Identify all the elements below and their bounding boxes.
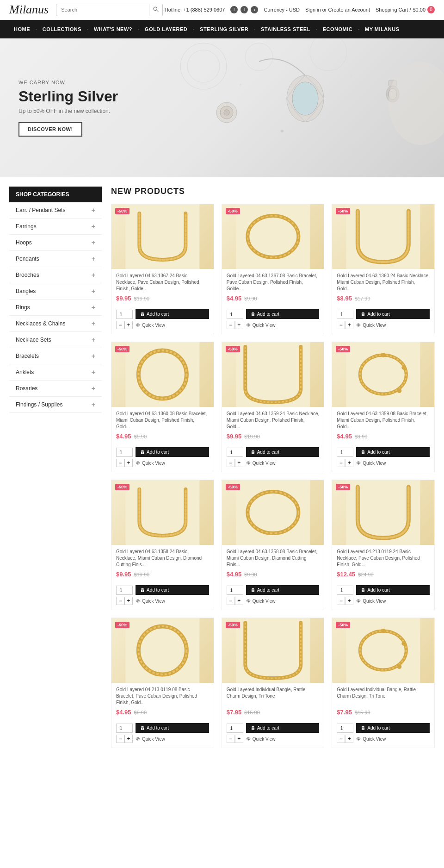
qty-increase-button[interactable]: +: [235, 459, 243, 467]
qty-decrease-button[interactable]: −: [227, 597, 235, 605]
quantity-input[interactable]: [227, 724, 243, 733]
sidebar-item-earr-pendant[interactable]: Earr. / Pendant Sets +: [9, 202, 102, 219]
nav-economic[interactable]: ECONOMIC: [318, 20, 358, 38]
add-to-cart-button[interactable]: Add to cart: [246, 723, 320, 733]
qty-decrease-button[interactable]: −: [337, 597, 345, 605]
quick-view-button[interactable]: Quick View: [356, 461, 386, 466]
quick-view-button[interactable]: Quick View: [246, 461, 276, 466]
add-to-cart-button[interactable]: Add to cart: [356, 585, 430, 595]
nav-whats-new[interactable]: WHAT'S NEW?: [89, 20, 137, 38]
qty-controls: − +: [337, 459, 353, 467]
qty-decrease-button[interactable]: −: [227, 735, 235, 743]
add-to-cart-button[interactable]: Add to cart: [246, 585, 320, 595]
nav-stainless-steel[interactable]: STAINLESS STEEL: [256, 20, 315, 38]
facebook-icon[interactable]: f: [230, 6, 238, 13]
cart-button[interactable]: Shopping Cart / $0.00 0: [376, 6, 435, 13]
sidebar-item-rosaries[interactable]: Rosaries +: [9, 381, 102, 397]
quantity-input[interactable]: [116, 586, 133, 595]
quick-view-button[interactable]: Quick View: [246, 737, 276, 742]
product-actions: Add to cart − + Quick View: [222, 447, 324, 472]
add-to-cart-button[interactable]: Add to cart: [136, 309, 209, 319]
product-badge: -50%: [115, 346, 130, 352]
sidebar-item-hoops[interactable]: Hoops +: [9, 235, 102, 251]
hero-discover-button[interactable]: DISCOVER NOW!: [18, 122, 82, 137]
qty-decrease-button[interactable]: −: [116, 597, 124, 605]
qty-increase-button[interactable]: +: [124, 459, 133, 467]
qty-increase-button[interactable]: +: [124, 735, 133, 743]
add-to-cart-button[interactable]: Add to cart: [356, 723, 430, 733]
site-logo[interactable]: Milanus: [9, 3, 49, 17]
qty-increase-button[interactable]: +: [345, 597, 353, 605]
qty-increase-button[interactable]: +: [235, 597, 243, 605]
top-bar: Milanus Hotline: +1 (888) 529 0607 f t i…: [0, 0, 444, 20]
quantity-input[interactable]: [337, 448, 353, 457]
nav-home[interactable]: HOME: [9, 20, 35, 38]
qty-increase-button[interactable]: +: [235, 735, 243, 743]
sidebar-item-necklace-sets[interactable]: Necklace Sets +: [9, 332, 102, 348]
add-to-cart-button[interactable]: Add to cart: [356, 309, 430, 319]
sidebar-item-pendants[interactable]: Pendants +: [9, 251, 102, 267]
quick-view-button[interactable]: Quick View: [356, 737, 386, 742]
qty-decrease-button[interactable]: −: [116, 459, 124, 467]
product-info: Gold Layered 04.63.1359.24 Basic Necklac…: [222, 407, 324, 447]
add-to-cart-button[interactable]: Add to cart: [136, 723, 209, 733]
qty-decrease-button[interactable]: −: [116, 735, 124, 743]
quick-view-button[interactable]: Quick View: [246, 323, 276, 328]
nav-sterling-silver[interactable]: STERLING SILVER: [195, 20, 253, 38]
search-input[interactable]: [56, 5, 149, 15]
sign-in-link[interactable]: Sign in or Create an Account: [305, 7, 370, 12]
nav-my-milanus[interactable]: MY MILANUS: [360, 20, 404, 38]
sidebar-item-bracelets[interactable]: Bracelets +: [9, 348, 102, 364]
add-to-cart-button[interactable]: Add to cart: [246, 447, 320, 457]
svg-point-16: [240, 84, 241, 86]
sidebar-item-findings[interactable]: Findings / Supplies +: [9, 397, 102, 413]
twitter-icon[interactable]: t: [240, 6, 248, 13]
quick-view-button[interactable]: Quick View: [246, 599, 276, 604]
sidebar-item-anklets[interactable]: Anklets +: [9, 364, 102, 381]
quantity-input[interactable]: [116, 724, 133, 733]
qty-controls: − +: [227, 597, 243, 605]
qty-increase-button[interactable]: +: [345, 459, 353, 467]
add-to-cart-button[interactable]: Add to cart: [136, 447, 209, 457]
qty-decrease-button[interactable]: −: [337, 321, 345, 329]
qty-decrease-button[interactable]: −: [337, 735, 345, 743]
qty-increase-button[interactable]: +: [235, 321, 243, 329]
qty-decrease-button[interactable]: −: [227, 459, 235, 467]
quick-view-button[interactable]: Quick View: [136, 599, 165, 604]
sidebar-item-necklaces[interactable]: Necklaces & Chains +: [9, 316, 102, 332]
qty-decrease-button[interactable]: −: [227, 321, 235, 329]
quantity-input[interactable]: [227, 586, 243, 595]
qty-decrease-button[interactable]: −: [116, 321, 124, 329]
quantity-input[interactable]: [337, 586, 353, 595]
sidebar-item-rings[interactable]: Rings +: [9, 300, 102, 316]
quick-view-button[interactable]: Quick View: [356, 599, 386, 604]
quantity-input[interactable]: [337, 310, 353, 319]
quantity-input[interactable]: [227, 448, 243, 457]
nav-collections[interactable]: COLLECTIONS: [38, 20, 86, 38]
add-to-cart-button[interactable]: Add to cart: [356, 447, 430, 457]
quantity-input[interactable]: [116, 310, 133, 319]
qty-increase-button[interactable]: +: [124, 597, 133, 605]
sidebar-item-earrings[interactable]: Earrings +: [9, 219, 102, 235]
quick-view-button[interactable]: Quick View: [136, 323, 165, 328]
sidebar-item-brooches[interactable]: Brooches +: [9, 267, 102, 283]
quantity-input[interactable]: [337, 724, 353, 733]
search-button[interactable]: [149, 4, 162, 16]
quick-view-button[interactable]: Quick View: [136, 737, 165, 742]
qty-increase-button[interactable]: +: [124, 321, 133, 329]
qty-increase-button[interactable]: +: [345, 321, 353, 329]
sidebar-item-label: Brooches: [16, 272, 39, 278]
quantity-input[interactable]: [116, 448, 133, 457]
quick-view-row: − + Quick View: [227, 735, 320, 743]
add-to-cart-button[interactable]: Add to cart: [246, 309, 320, 319]
add-to-cart-button[interactable]: Add to cart: [136, 585, 209, 595]
product-name: Gold Layered Individual Bangle, Rattle C…: [337, 687, 430, 706]
qty-decrease-button[interactable]: −: [337, 459, 345, 467]
quick-view-button[interactable]: Quick View: [136, 461, 165, 466]
sidebar-item-bangles[interactable]: Bangles +: [9, 283, 102, 300]
quantity-input[interactable]: [227, 310, 243, 319]
quick-view-button[interactable]: Quick View: [356, 323, 386, 328]
nav-gold-layered[interactable]: GOLD LAYERED: [140, 20, 192, 38]
qty-increase-button[interactable]: +: [345, 735, 353, 743]
instagram-icon[interactable]: i: [251, 6, 258, 13]
